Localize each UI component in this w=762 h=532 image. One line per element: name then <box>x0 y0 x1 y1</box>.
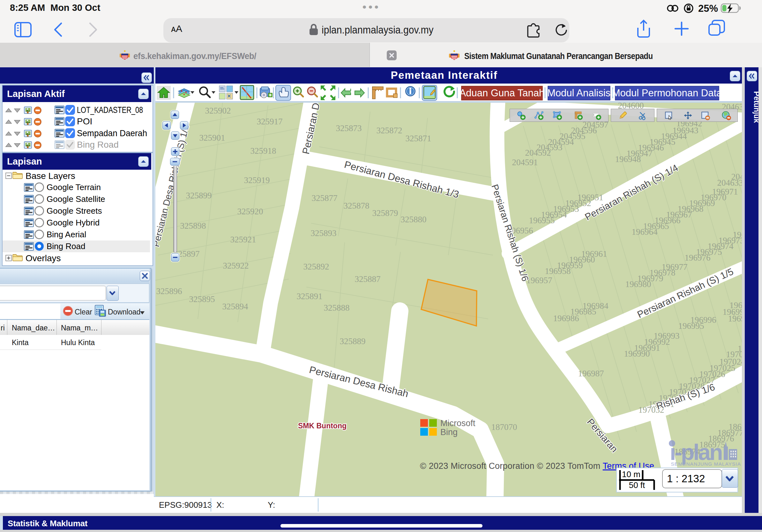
svg-text:325878: 325878 <box>344 201 369 211</box>
svg-text:204591: 204591 <box>512 158 538 167</box>
svg-text:325889: 325889 <box>340 337 366 346</box>
svg-text:Modul Analisis: Modul Analisis <box>547 87 610 99</box>
svg-text:196964: 196964 <box>632 227 658 237</box>
svg-text:LOT_KADASTER_08: LOT_KADASTER_08 <box>77 105 143 115</box>
svg-text:325877: 325877 <box>312 193 338 203</box>
svg-text:Sempadan Daerah: Sempadan Daerah <box>77 128 147 138</box>
svg-text:325879: 325879 <box>372 208 398 218</box>
svg-text:325919: 325919 <box>244 175 270 185</box>
svg-text:Bing Aerial: Bing Aerial <box>46 230 86 239</box>
svg-text:Bing Road: Bing Road <box>77 140 119 150</box>
svg-text:325895: 325895 <box>189 295 215 304</box>
svg-text:196997: 196997 <box>728 314 742 323</box>
svg-text:325896: 325896 <box>156 287 182 296</box>
svg-text:187070: 187070 <box>492 422 517 432</box>
svg-text:325899: 325899 <box>186 191 212 200</box>
svg-text:325898: 325898 <box>180 221 206 231</box>
svg-text:Google Streets: Google Streets <box>46 206 102 216</box>
svg-text:Microsoft: Microsoft <box>440 419 476 428</box>
svg-text:196958: 196958 <box>545 266 571 276</box>
svg-text:Overlays: Overlays <box>26 253 61 263</box>
svg-text:325922: 325922 <box>223 261 249 270</box>
svg-text:204592: 204592 <box>525 148 551 158</box>
svg-text:Bing: Bing <box>440 428 458 437</box>
svg-text:Aduan Guna Tanah: Aduan Guna Tanah <box>460 87 545 99</box>
svg-text:325888: 325888 <box>324 303 350 312</box>
svg-text:197: 197 <box>738 344 742 353</box>
svg-text:325893: 325893 <box>311 229 337 238</box>
svg-text:325871: 325871 <box>406 134 431 143</box>
svg-text:Bing Road: Bing Road <box>46 241 85 251</box>
svg-text:325918: 325918 <box>251 146 276 156</box>
svg-text:325921: 325921 <box>230 235 256 244</box>
svg-text:196990: 196990 <box>624 349 650 359</box>
svg-text:325872: 325872 <box>377 126 402 135</box>
svg-text:Base Layers: Base Layers <box>26 171 75 181</box>
svg-text:Google Satellite: Google Satellite <box>46 194 105 204</box>
svg-text:196987: 196987 <box>578 369 604 378</box>
svg-text:196957: 196957 <box>526 276 552 285</box>
svg-text:325873: 325873 <box>336 123 362 133</box>
svg-text:50 ft: 50 ft <box>629 480 645 490</box>
svg-text:Google Hybrid: Google Hybrid <box>46 218 100 228</box>
svg-text:325917: 325917 <box>257 117 283 126</box>
svg-text:10 m: 10 m <box>622 470 641 479</box>
svg-text:196986: 196986 <box>553 313 579 323</box>
svg-text:325887: 325887 <box>355 274 381 284</box>
svg-text:325902: 325902 <box>205 106 231 115</box>
svg-text:196996: 196996 <box>691 315 717 325</box>
svg-text:SEMENANJUNG MALAYSIA: SEMENANJUNG MALAYSIA <box>671 461 741 467</box>
svg-text:SMK Buntong: SMK Buntong <box>298 422 346 430</box>
svg-text:325894: 325894 <box>222 302 249 311</box>
svg-text:POI: POI <box>77 116 92 126</box>
svg-text:Google Terrain: Google Terrain <box>46 182 101 192</box>
svg-text:325880: 325880 <box>401 215 426 224</box>
svg-text:325901: 325901 <box>199 133 225 143</box>
svg-text:204633: 204633 <box>717 178 742 187</box>
svg-text:196948: 196948 <box>615 154 641 164</box>
svg-text:196980: 196980 <box>625 279 651 289</box>
svg-text:325891: 325891 <box>297 292 323 301</box>
svg-text:325920: 325920 <box>237 207 263 216</box>
svg-text:196976: 196976 <box>685 253 711 262</box>
svg-text:325892: 325892 <box>303 262 329 271</box>
svg-text:25%: 25% <box>698 3 718 14</box>
svg-text:Modul Permohonan Data: Modul Permohonan Data <box>612 87 722 99</box>
svg-text:196955: 196955 <box>529 216 555 225</box>
